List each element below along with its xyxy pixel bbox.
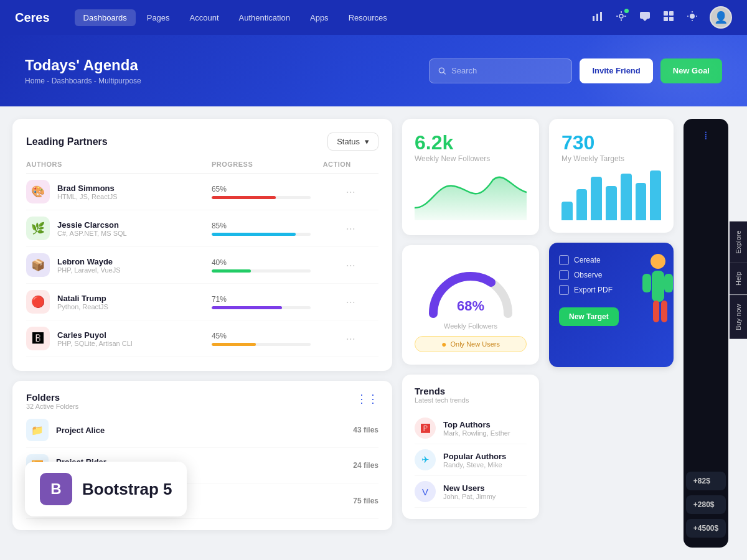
nav-resources[interactable]: Resources bbox=[340, 9, 396, 26]
trends-title: Trends bbox=[415, 386, 527, 396]
progress-bar-bg bbox=[212, 343, 311, 346]
progress-container: 40% bbox=[212, 258, 323, 273]
progress-bar-fill bbox=[212, 306, 282, 309]
followers-label: Weekly New Followers bbox=[415, 154, 527, 163]
col-authors: AUTHORS bbox=[26, 161, 212, 168]
nav-dashboards[interactable]: Dashboards bbox=[75, 9, 136, 26]
sparkle-icon[interactable] bbox=[615, 10, 627, 26]
progress-label: 45% bbox=[212, 332, 311, 340]
nav-apps[interactable]: Apps bbox=[301, 9, 337, 26]
action-dots[interactable]: ··· bbox=[323, 185, 378, 198]
leading-partners-card: Leading Partners Status ▾ AUTHORS PROGRE… bbox=[12, 119, 392, 371]
nav-account[interactable]: Account bbox=[181, 9, 228, 26]
user-avatar[interactable]: 👤 bbox=[710, 6, 732, 29]
breadcrumb: Home - Dashboards - Multipurpose bbox=[25, 77, 429, 85]
bar-chart-icon[interactable] bbox=[591, 10, 604, 26]
partners-list: 🎨 Brad Simmons HTML, JS, ReactJS 65% ···… bbox=[26, 174, 378, 357]
partner-avatar: 🅱 bbox=[26, 327, 50, 350]
nav-pages[interactable]: Pages bbox=[138, 9, 179, 26]
hero-text: Todays' Agenda Home - Dashboards - Multi… bbox=[25, 57, 429, 85]
side-tab-explore[interactable]: Explore bbox=[730, 221, 747, 262]
partner-name: Lebron Wayde bbox=[57, 257, 121, 266]
svg-rect-26 bbox=[653, 301, 659, 322]
bar-item bbox=[606, 186, 617, 220]
folders-subtitle: 32 Active Folders bbox=[26, 403, 78, 410]
partner-name: Brad Simmons bbox=[57, 184, 118, 193]
partner-skills: HTML, JS, ReactJS bbox=[57, 193, 118, 200]
svg-rect-25 bbox=[664, 274, 673, 292]
progress-bar-bg bbox=[212, 233, 311, 236]
dark-sidebar-dots: ⁞ bbox=[704, 129, 708, 142]
partner-avatar: 🔴 bbox=[26, 290, 50, 314]
promo-illustration bbox=[618, 243, 674, 367]
trend-desc: Mark, Rowling, Esther bbox=[443, 429, 510, 437]
svg-rect-8 bbox=[640, 12, 650, 19]
action-dots[interactable]: ··· bbox=[323, 259, 378, 272]
bar-item bbox=[650, 170, 661, 220]
folder-details: Project Alice bbox=[56, 426, 105, 435]
progress-label: 71% bbox=[212, 295, 311, 304]
sun-icon[interactable] bbox=[686, 10, 698, 26]
gauge-label: Weekly Followers bbox=[415, 322, 527, 330]
svg-point-22 bbox=[651, 254, 665, 269]
action-dots[interactable]: ··· bbox=[323, 332, 378, 345]
svg-rect-11 bbox=[669, 11, 674, 16]
promo-card: CereateObserveExport PDF New Target bbox=[549, 243, 674, 367]
trends-subtitle: Latest tech trends bbox=[415, 396, 527, 404]
svg-rect-1 bbox=[596, 14, 598, 21]
progress-container: 71% bbox=[212, 295, 323, 309]
trend-details: New Users John, Pat, Jimmy bbox=[443, 483, 496, 500]
followers-count: 6.2k bbox=[415, 131, 527, 154]
new-target-button[interactable]: New Target bbox=[559, 307, 619, 326]
side-tab-help[interactable]: Help bbox=[730, 263, 747, 295]
grid-icon[interactable] bbox=[662, 10, 675, 26]
partner-info: 🌿 Jessie Clarcson C#, ASP.NET, MS SQL bbox=[26, 217, 212, 240]
trend-name: Top Authors bbox=[443, 420, 510, 429]
bootstrap-badge: B Bootstrap 5 bbox=[25, 462, 187, 516]
partner-avatar: 🎨 bbox=[26, 180, 50, 203]
bar-item bbox=[591, 177, 602, 220]
weekly-targets-card: 730 My Weekly Targets bbox=[549, 119, 674, 233]
nav-authentication[interactable]: Authentication bbox=[230, 9, 299, 26]
partner-info: 🅱 Carles Puyol PHP, SQLite, Artisan CLI bbox=[26, 327, 212, 350]
svg-rect-13 bbox=[669, 17, 674, 21]
bootstrap-icon: B bbox=[40, 473, 72, 505]
new-goal-button[interactable]: New Goal bbox=[660, 58, 722, 83]
promo-option-label: Export PDF bbox=[574, 286, 613, 294]
status-dropdown[interactable]: Status ▾ bbox=[327, 133, 378, 151]
hero-section: Todays' Agenda Home - Dashboards - Multi… bbox=[0, 35, 747, 106]
targets-label: My Weekly Targets bbox=[561, 154, 661, 163]
dark-badge: +82$ bbox=[686, 472, 726, 490]
invite-friend-button[interactable]: Invite Friend bbox=[580, 58, 652, 83]
action-dots[interactable]: ··· bbox=[323, 222, 378, 235]
progress-container: 65% bbox=[212, 185, 323, 199]
folders-dots-icon[interactable]: ⋮⋮ bbox=[356, 392, 378, 406]
bar-item bbox=[636, 183, 647, 220]
bootstrap-label: Bootstrap 5 bbox=[82, 480, 172, 499]
list-item: V New Users John, Pat, Jimmy bbox=[415, 476, 527, 508]
svg-marker-9 bbox=[642, 19, 647, 21]
targets-count: 730 bbox=[561, 131, 661, 154]
table-row: 🌿 Jessie Clarcson C#, ASP.NET, MS SQL 85… bbox=[26, 210, 378, 247]
partner-name: Natali Trump bbox=[57, 294, 108, 303]
chat-icon[interactable] bbox=[639, 10, 651, 26]
folder-files: 43 files bbox=[353, 426, 378, 434]
dark-sidebar: ⁞ +82$+280$+4500$ bbox=[684, 119, 728, 548]
middle-panel: 6.2k Weekly New Followers 68% Week bbox=[402, 119, 539, 548]
search-box[interactable] bbox=[429, 58, 572, 83]
svg-rect-27 bbox=[661, 301, 667, 322]
progress-bar-fill bbox=[212, 343, 256, 346]
svg-rect-2 bbox=[600, 12, 602, 21]
action-dots[interactable]: ··· bbox=[323, 296, 378, 309]
progress-bar-bg bbox=[212, 269, 311, 273]
partner-details: Jessie Clarcson C#, ASP.NET, MS SQL bbox=[57, 220, 127, 237]
partners-table-header: AUTHORS PROGRESS ACTION bbox=[26, 161, 378, 174]
search-input[interactable] bbox=[451, 66, 563, 75]
folder-files: 75 files bbox=[353, 497, 378, 505]
trend-details: Top Authors Mark, Rowling, Esther bbox=[443, 420, 510, 437]
partner-details: Brad Simmons HTML, JS, ReactJS bbox=[57, 184, 118, 200]
side-tab-buy-now[interactable]: Buy now bbox=[730, 294, 747, 338]
folder-icon: 📁 bbox=[26, 419, 49, 441]
right-panel: 730 My Weekly Targets CereateObserveExpo… bbox=[549, 119, 674, 548]
dark-badge: +4500$ bbox=[686, 519, 726, 538]
